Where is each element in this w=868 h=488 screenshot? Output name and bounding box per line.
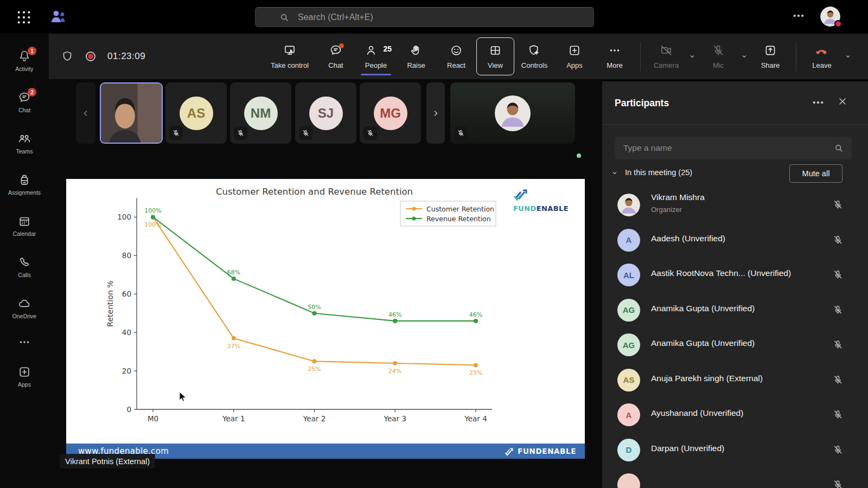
sidebar-item-activity[interactable]: 1Activity [0, 40, 49, 81]
controls-shield-icon [527, 43, 541, 57]
participant-row[interactable]: ASAnuja Parekh singh (External) [602, 363, 868, 398]
user-avatar[interactable] [820, 7, 840, 27]
sidebar-item-onedrive[interactable]: OneDrive [0, 287, 49, 329]
participant-search[interactable] [615, 137, 852, 159]
mic-button[interactable]: Mic [698, 36, 738, 77]
mic-muted-icon [832, 479, 844, 488]
chat-bubble-icon: 2 [17, 91, 31, 105]
participant-row[interactable]: ALAastik RootNova Techn... (Unverified) [602, 258, 868, 293]
share-indicator-dot [577, 153, 581, 158]
svg-text:100: 100 [117, 213, 131, 221]
sidebar-item-assignments[interactable]: Assignments [0, 164, 49, 205]
topbar-more-button[interactable]: ••• [793, 11, 805, 20]
react-button[interactable]: React [436, 36, 476, 77]
chevron-down-icon[interactable] [610, 168, 620, 178]
global-search[interactable] [255, 7, 594, 27]
participant-search-input[interactable] [623, 143, 819, 153]
participant-row[interactable] [602, 467, 868, 488]
chevron-down-icon[interactable] [843, 52, 853, 61]
sidebar-item-apps[interactable]: Apps [0, 356, 49, 397]
active-speaker-tile[interactable] [100, 82, 163, 144]
sidebar-item-chat[interactable]: 2Chat [0, 81, 49, 123]
chevron-down-icon[interactable] [687, 52, 697, 61]
sidebar-item-label: OneDrive [12, 313, 36, 319]
calendar-icon [17, 214, 31, 228]
participant-tile-sj[interactable]: SJ [295, 82, 356, 144]
mic-muted-icon [832, 304, 844, 316]
search-input[interactable] [298, 12, 526, 22]
participant-tile-mg[interactable]: MG [360, 82, 421, 144]
mic-muted-icon [832, 444, 844, 455]
close-icon[interactable] [837, 95, 848, 107]
share-icon [763, 43, 777, 57]
presence-busy-badge [834, 20, 842, 28]
section-label: In this meeting (25) [625, 168, 692, 177]
mute-all-button[interactable]: Mute all [789, 164, 843, 183]
plus-square-icon [567, 43, 582, 57]
fundenable-logo: FUNDENABLE [511, 184, 571, 213]
more-icon [17, 335, 31, 349]
recording-indicator-icon [84, 49, 98, 63]
participant-row[interactable]: Vikram MishraOrganizer [602, 188, 868, 223]
view-button[interactable]: View [476, 37, 514, 75]
mic-muted-icon [363, 126, 377, 140]
participant-avatar: AS [617, 369, 640, 391]
take-control-button[interactable]: Take control [264, 36, 316, 77]
panel-title: Participants [615, 98, 669, 109]
svg-text:Customer Retention: Customer Retention [426, 205, 494, 213]
leave-call-icon [815, 43, 829, 57]
participant-avatar: AL [617, 264, 640, 286]
toolbar-button-label: Raise [407, 61, 425, 69]
chevron-down-icon[interactable] [739, 52, 749, 61]
chat-notification-dot [339, 43, 344, 48]
fundenable-logo-icon [511, 184, 571, 203]
toolbar-button-label: Leave [812, 61, 831, 69]
slide-footer-brand: FUNDENABLE [518, 447, 576, 455]
mic-muted-icon [234, 126, 247, 140]
svg-text:25%: 25% [308, 365, 321, 373]
participant-row[interactable]: AAadesh (Unverified) [602, 223, 868, 258]
people-button[interactable]: People25 [356, 36, 396, 77]
camera-button[interactable]: Camera [646, 36, 686, 77]
leave-button[interactable]: Leave [802, 36, 842, 77]
filmstrip-next-button[interactable] [426, 82, 445, 144]
panel-more-button[interactable]: ••• [813, 98, 825, 107]
participant-row[interactable]: AGAnamika Gupta (Unverified) [602, 293, 868, 328]
chat-button[interactable]: Chat [316, 36, 356, 77]
toolbar-button-label: Share [761, 61, 780, 69]
waffle-menu-icon[interactable] [15, 9, 33, 26]
fundenable-footer-logo-icon [503, 446, 515, 457]
sidebar-item-more[interactable] [0, 329, 49, 356]
participant-avatar: A [617, 403, 640, 426]
mic-muted-icon [299, 126, 312, 140]
phone-icon [17, 255, 31, 269]
sidebar-item-calendar[interactable]: Calendar [0, 205, 49, 246]
toolbar-divider [796, 42, 796, 71]
participant-tile-as[interactable]: AS [165, 82, 227, 144]
more-button[interactable]: More [595, 36, 635, 77]
apps-button[interactable]: Apps [554, 36, 595, 77]
meeting-shield-icon [61, 50, 74, 63]
controls-button[interactable]: Controls [514, 36, 554, 77]
participant-row[interactable]: DDarpan (Unverified) [602, 433, 868, 468]
view-grid-icon [488, 43, 502, 57]
svg-text:37%: 37% [227, 343, 240, 350]
participant-tile-nm[interactable]: NM [230, 82, 291, 144]
mic-muted-icon [832, 234, 844, 246]
svg-text:0: 0 [126, 405, 131, 414]
toolbar-button-label: Take control [271, 61, 309, 69]
filmstrip-prev-button[interactable] [76, 82, 95, 144]
sidebar-item-label: Apps [18, 381, 31, 388]
participant-row[interactable]: AGAnamika Gupta (Unverified) [602, 328, 868, 363]
participant-name: Anuja Parekh singh (External) [651, 374, 763, 383]
mic-muted-icon [832, 269, 844, 280]
participant-row[interactable]: AAyushanand (Unverified) [602, 397, 868, 433]
sidebar-item-calls[interactable]: Calls [0, 246, 49, 287]
sidebar-item-teams[interactable]: Teams [0, 123, 49, 164]
participant-name: Aastik RootNova Techn... (Unverified) [651, 268, 791, 278]
share-button[interactable]: Share [750, 36, 790, 77]
toolbar-divider [640, 42, 641, 71]
participant-tile-photo[interactable] [450, 82, 575, 144]
raise-button[interactable]: Raise [396, 36, 436, 77]
meeting-status: 01:23:09 [61, 34, 145, 79]
